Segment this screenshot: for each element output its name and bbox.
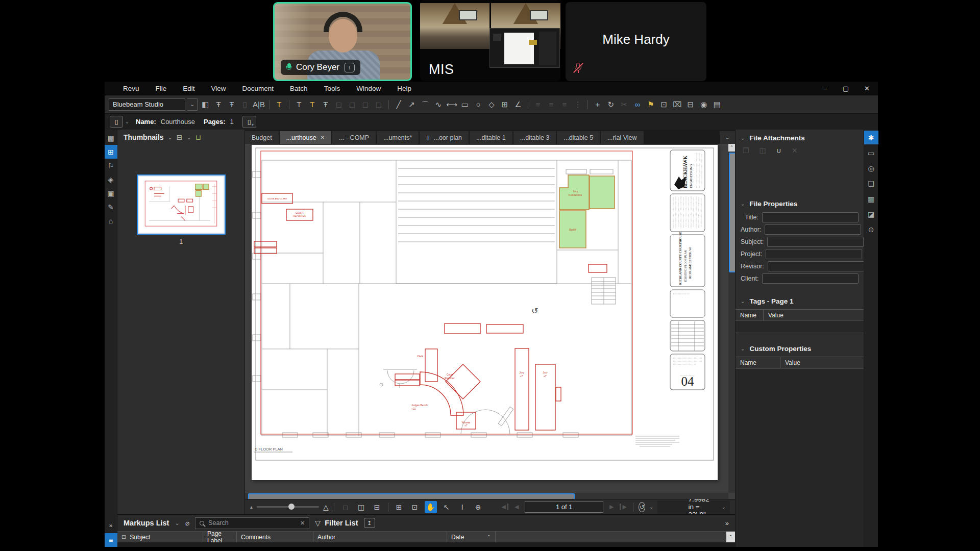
menu-item[interactable]: Window [348, 85, 389, 92]
file-attachments-section[interactable]: ⌄ File Attachments [736, 130, 864, 144]
text-highlight-icon[interactable]: T [307, 99, 318, 110]
polygon-tool-icon[interactable]: ◇ [486, 99, 497, 110]
tags-panel-icon[interactable]: ◪ [864, 207, 878, 221]
file-access-icon[interactable]: ▤ [105, 131, 117, 145]
distribute-icon[interactable]: ⋮ [572, 99, 583, 110]
open-attachment-icon[interactable]: ❐ [743, 146, 749, 155]
spaces-panel-icon[interactable]: ❏ [864, 177, 878, 190]
compare-documents-icon[interactable]: A|B [253, 99, 265, 110]
dimension-tool-icon[interactable]: ⟷ [446, 99, 457, 110]
close-button[interactable]: ✕ [864, 85, 870, 92]
paste-markup-icon[interactable]: ◻ [373, 99, 384, 110]
menu-item[interactable]: Tools [316, 85, 349, 92]
text-strike-icon[interactable]: Ŧ [320, 99, 331, 110]
layers-icon[interactable]: ◈ [105, 172, 117, 186]
delete-attachment-icon[interactable]: ✕ [792, 146, 798, 155]
property-input[interactable] [762, 273, 859, 284]
menu-item[interactable]: Batch [282, 85, 316, 92]
markups-search[interactable]: ✕ [195, 517, 309, 529]
tab-editable-1[interactable]: ...ditable 1 [470, 131, 512, 144]
properties-panel-icon[interactable]: ✱ [864, 131, 878, 144]
column-comments[interactable]: Comments [237, 532, 313, 542]
filter-list-button[interactable]: ▽ Filter List [315, 519, 358, 527]
drawing-canvas[interactable]: Jury Restrooms Bailiff [245, 144, 735, 499]
export-summary-icon[interactable]: ↥ [364, 518, 375, 528]
save-attachment-icon[interactable]: ◫ [760, 146, 766, 155]
scrollbar-thumb[interactable] [729, 153, 735, 272]
column-page-label[interactable]: Page Label [203, 532, 237, 542]
property-input[interactable] [767, 237, 864, 247]
stamp-icon[interactable]: ◉ [698, 99, 709, 110]
align-left-icon[interactable]: ≡ [532, 99, 544, 110]
property-input[interactable] [765, 224, 861, 235]
custom-properties-section[interactable]: ⌄ Custom Properties [736, 340, 864, 355]
profile-dropdown[interactable]: Bluebeam Studio [109, 98, 185, 111]
measurements-panel-icon[interactable]: ▭ [864, 146, 878, 160]
document-type-dropdown[interactable]: ▯ ⌄ [110, 116, 131, 128]
profile-dropdown-chevron[interactable]: ⌄ [187, 98, 198, 111]
column-subject[interactable]: ⊟ Subject [117, 532, 203, 542]
previous-view-icon[interactable]: ↺ [639, 502, 645, 512]
new-document-icon[interactable]: ▯ [239, 99, 251, 110]
menu-item[interactable]: File [148, 85, 175, 92]
hyperlink-icon[interactable]: ∞ [632, 99, 643, 110]
next-page-icon[interactable]: ▶ [607, 504, 616, 510]
alert-flag-icon[interactable]: ⚑ [645, 99, 656, 110]
chevron-down-icon[interactable]: ⌄ [168, 134, 173, 141]
column-date[interactable]: Date ⌃ [447, 532, 496, 542]
menu-item[interactable]: Revu [115, 85, 148, 92]
flatten-icon[interactable]: ⊟ [685, 99, 696, 110]
more-options-icon[interactable]: » [725, 519, 729, 527]
custom-value-column[interactable]: Value [780, 359, 864, 366]
erase-icon[interactable]: ⌧ [672, 99, 683, 110]
fit-width-icon[interactable]: ⊡ [409, 501, 421, 513]
studio-panel-icon[interactable]: ▥ [864, 192, 878, 206]
horizontal-scrollbar[interactable] [245, 493, 728, 499]
measure-icon[interactable]: ∠ [512, 99, 524, 110]
search-panel-icon[interactable]: ⊙ [864, 222, 878, 236]
chevron-down-icon[interactable]: ⌄ [175, 520, 179, 527]
column-author[interactable]: Author [313, 532, 447, 542]
ungroup-icon[interactable]: ◻ [347, 99, 358, 110]
property-input[interactable] [768, 261, 864, 271]
scrollbar-thumb[interactable] [248, 493, 575, 499]
vertical-scrollbar[interactable]: ⌃ [728, 144, 735, 493]
toolbar-icon[interactable] [269, 100, 270, 109]
thumbnails-icon[interactable]: ⊞ [105, 145, 117, 159]
tab-documents[interactable]: ...uments* [377, 131, 419, 144]
rotate-icon[interactable]: ↻ [605, 99, 617, 110]
video-tile-mike[interactable]: Mike Hardy [566, 2, 706, 81]
toolbar-icon[interactable] [289, 100, 289, 109]
previous-page-icon[interactable]: ◀ [512, 504, 521, 510]
search-input[interactable] [208, 519, 296, 527]
page-thumbnail[interactable] [137, 174, 226, 235]
cut-icon[interactable]: ✂ [619, 99, 630, 110]
tags-section[interactable]: ⌄ Tags - Page 1 [736, 293, 864, 308]
scroll-up-icon[interactable]: ⌃ [728, 144, 735, 152]
collapse-markups-icon[interactable]: » [109, 522, 113, 533]
toolbar-icon[interactable] [587, 100, 588, 109]
zoom-slider[interactable] [257, 506, 319, 508]
rectangle-tool-icon[interactable]: ▭ [459, 99, 471, 110]
custom-name-column[interactable]: Name [736, 357, 780, 368]
line-tool-icon[interactable]: ╱ [393, 99, 404, 110]
maximize-button[interactable]: ▢ [843, 85, 849, 92]
polyline-tool-icon[interactable]: ∿ [433, 99, 444, 110]
arc-tool-icon[interactable]: ⌒ [420, 99, 431, 110]
forms-icon[interactable]: ▤ [712, 99, 723, 110]
markup-tools-icon[interactable]: ✎ [105, 200, 117, 214]
snapshot-icon[interactable]: ⊞ [499, 99, 510, 110]
pan-tool-icon[interactable]: ✋ [425, 501, 437, 513]
scale-indicator[interactable]: 7.9982 in = 32'-0" ⌄ [657, 500, 730, 514]
collapse-all-icon[interactable]: ⊟ [121, 534, 126, 540]
calibrate-icon[interactable]: ⊡ [658, 99, 670, 110]
panel-access-icon[interactable]: ◧ [200, 99, 211, 110]
copy-markup-icon[interactable]: ◻ [360, 99, 371, 110]
split-horizontal-icon[interactable]: ⊟ [371, 501, 383, 513]
video-tile-cory[interactable]: Cory Beyer ↑ [273, 2, 412, 81]
toolbar-icon[interactable] [388, 100, 389, 109]
tab-comp[interactable]: ... - COMP [332, 131, 376, 144]
zoom-slider-knob[interactable] [288, 504, 295, 510]
view-icon[interactable] [388, 503, 388, 512]
tool-chest-icon[interactable]: ▣ [105, 186, 117, 200]
